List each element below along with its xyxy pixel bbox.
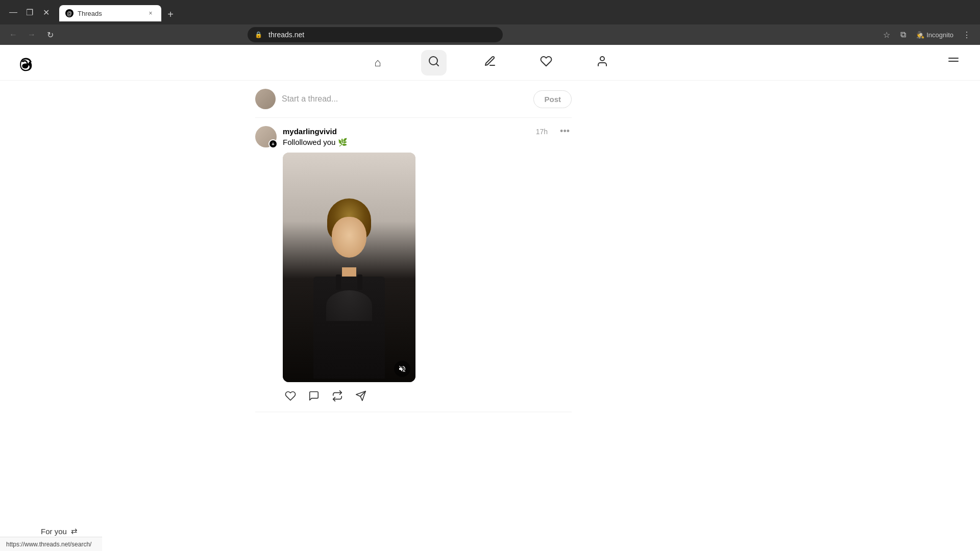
post-avatar-wrap: + bbox=[255, 126, 277, 147]
new-tab-button[interactable]: + bbox=[163, 7, 178, 21]
share-button[interactable] bbox=[353, 388, 369, 404]
home-icon: ⌂ bbox=[374, 56, 381, 69]
address-bar-row: ← → ↻ 🔒 threads.net ☆ ⧉ 🕵 Incognito ⋮ bbox=[0, 24, 980, 45]
lock-icon: 🔒 bbox=[255, 31, 262, 38]
current-user-avatar bbox=[255, 89, 276, 109]
svg-point-2 bbox=[600, 57, 604, 61]
address-url: threads.net bbox=[268, 31, 304, 39]
person-figure bbox=[283, 153, 415, 382]
profile-nav-button[interactable] bbox=[590, 50, 615, 76]
address-bar[interactable]: 🔒 threads.net bbox=[248, 27, 503, 42]
activity-nav-button[interactable] bbox=[533, 50, 559, 76]
reload-button[interactable]: ↻ bbox=[43, 28, 57, 42]
post-button[interactable]: Post bbox=[533, 90, 572, 108]
person-icon bbox=[596, 55, 608, 70]
tab-title: Threads bbox=[78, 10, 142, 17]
incognito-button[interactable]: 🕵 Incognito bbox=[912, 29, 958, 41]
browser-menu-button[interactable]: ⋮ bbox=[960, 28, 974, 42]
svg-line-1 bbox=[436, 63, 438, 65]
comment-button[interactable] bbox=[306, 388, 322, 404]
thread-input-placeholder[interactable]: Start a thread... bbox=[282, 94, 533, 104]
post-username: mydarlingvivid bbox=[283, 127, 337, 136]
window-close-button[interactable]: ✕ bbox=[39, 5, 53, 19]
mute-button[interactable] bbox=[394, 361, 410, 377]
like-button[interactable] bbox=[283, 388, 298, 404]
post-actions bbox=[283, 388, 572, 404]
top-nav: ⌂ bbox=[0, 45, 980, 81]
home-nav-button[interactable]: ⌂ bbox=[365, 50, 390, 76]
app-container: ⌂ bbox=[0, 45, 980, 551]
threads-logo[interactable] bbox=[12, 53, 35, 76]
post-card: + mydarlingvivid 17h ••• Follollowed you… bbox=[255, 118, 572, 412]
compose-icon bbox=[484, 55, 496, 70]
thread-input-area: Start a thread... Post bbox=[255, 81, 572, 118]
right-sidebar bbox=[827, 45, 980, 551]
post-text: Follollowed you 🌿 bbox=[283, 138, 572, 147]
browser-chrome: — ❐ ✕ @ Threads × + bbox=[0, 0, 980, 24]
post-time: 17h bbox=[536, 128, 548, 136]
repost-button[interactable] bbox=[330, 388, 345, 404]
bookmark-button[interactable]: ☆ bbox=[879, 28, 894, 42]
for-you-icon: ⇄ bbox=[71, 527, 78, 536]
post-image bbox=[283, 153, 415, 382]
incognito-label: Incognito bbox=[926, 31, 953, 39]
heart-icon bbox=[540, 55, 552, 70]
back-button[interactable]: ← bbox=[6, 28, 20, 42]
for-you-label: For you ⇄ bbox=[41, 527, 78, 536]
incognito-icon: 🕵 bbox=[916, 31, 924, 39]
tab-favicon: @ bbox=[65, 9, 74, 17]
post-more-button[interactable]: ••• bbox=[558, 126, 572, 137]
status-bar: https://www.threads.net/search/ bbox=[0, 537, 102, 551]
active-tab[interactable]: @ Threads × bbox=[59, 5, 161, 21]
browser-window-controls: — ❐ ✕ bbox=[6, 5, 53, 19]
window-minimize-button[interactable]: — bbox=[6, 5, 20, 19]
sidebar-toggle-button[interactable]: ⧉ bbox=[896, 28, 910, 42]
tab-bar: @ Threads × + bbox=[59, 3, 178, 21]
follow-badge[interactable]: + bbox=[268, 139, 278, 148]
status-url: https://www.threads.net/search/ bbox=[6, 541, 91, 548]
toolbar-right: ☆ ⧉ 🕵 Incognito ⋮ bbox=[879, 28, 974, 42]
main-content: Start a thread... Post + mydarlingvivid … bbox=[0, 45, 827, 551]
post-meta: mydarlingvivid 17h ••• Follollowed you 🌿 bbox=[283, 126, 572, 147]
search-icon bbox=[428, 55, 440, 70]
tab-close-button[interactable]: × bbox=[146, 9, 155, 18]
top-right-menu-button[interactable] bbox=[947, 55, 960, 70]
compose-nav-button[interactable] bbox=[477, 50, 503, 76]
feed-container: Start a thread... Post + mydarlingvivid … bbox=[255, 81, 572, 412]
forward-button[interactable]: → bbox=[24, 28, 39, 42]
search-nav-button[interactable] bbox=[421, 50, 447, 76]
for-you-text: For you bbox=[41, 527, 67, 536]
post-header: + mydarlingvivid 17h ••• Follollowed you… bbox=[255, 126, 572, 147]
window-restore-button[interactable]: ❐ bbox=[22, 5, 37, 19]
